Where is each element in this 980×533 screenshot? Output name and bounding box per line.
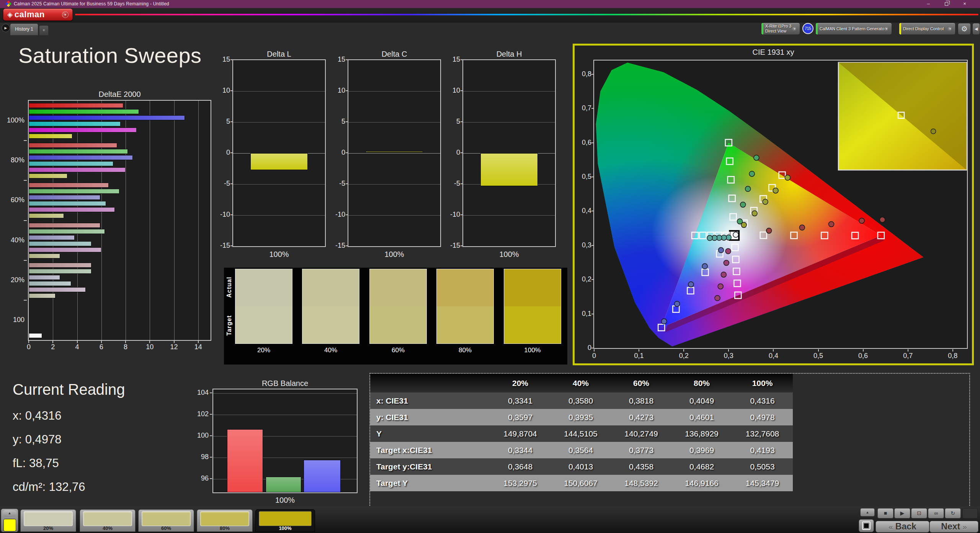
cie-measured-yellow: [763, 199, 768, 204]
compare-swatch-label: 100%: [504, 347, 561, 354]
actual-swatch: [235, 269, 292, 306]
minimize-button[interactable]: –: [920, 0, 937, 8]
delta_c-y-tick: 5: [332, 118, 345, 126]
tab-history-1[interactable]: History 1: [10, 23, 38, 35]
window-title: Calman 2025 Calman Ultimate for Business…: [14, 1, 169, 7]
axis-tick: [210, 414, 212, 415]
table-cell: 0,4273: [611, 409, 671, 425]
compare-swatch-100%: [504, 269, 561, 344]
gridline: [213, 393, 357, 394]
axis-tick: [818, 349, 819, 352]
pattern-button[interactable]: ⊡: [911, 508, 927, 518]
deltae-bar-40%-1: [29, 229, 105, 234]
axis-tick: [461, 245, 463, 246]
patch-button-40%[interactable]: 40%: [80, 509, 136, 532]
continuous-button[interactable]: ∞: [928, 508, 944, 518]
tab-scroll-button[interactable]: ▶: [2, 24, 10, 32]
meter-label-line: Direct Display Control: [903, 26, 944, 31]
restore-icon: [945, 2, 948, 6]
deltae-bar-60%-1: [29, 189, 119, 194]
actual-swatch: [302, 269, 359, 306]
axis-tick: [461, 121, 463, 122]
table-cell: 0,3564: [550, 442, 611, 458]
deltae-bar-100%-2: [29, 115, 185, 120]
cie-y-tick: 0,7: [577, 104, 591, 112]
compare-swatch-60%: [369, 269, 427, 344]
bottom-bar: ▲ 20%40%60%80%100% ▲ ■▶⊡∞↻ « Back Next »: [0, 507, 980, 533]
cie-inset-zoom: [838, 62, 967, 170]
patch-swatch: [259, 511, 312, 526]
cie-measured-green: [749, 171, 755, 177]
patch-button-60%[interactable]: 60%: [138, 509, 194, 532]
add-tab-button[interactable]: +: [39, 25, 49, 35]
table-cell: 0,3648: [490, 458, 550, 475]
actual-target-swatch-panel: ActualTarget20%40%60%80%100%: [224, 268, 567, 365]
cie-y-tick: 0,8: [577, 70, 591, 78]
gridline: [77, 101, 78, 340]
delta_h-title: Delta H: [462, 50, 556, 59]
cie-plot-area: [593, 60, 968, 349]
axis-tick: [346, 90, 348, 91]
rgb-bar-green: [266, 477, 301, 492]
patch-button-20%[interactable]: 20%: [20, 509, 76, 532]
meter-status-strip: [899, 23, 901, 34]
expand-patch-panel-button[interactable]: ▲: [3, 510, 16, 517]
chevron-right-icon: »: [963, 523, 967, 531]
patch-label: 80%: [197, 525, 252, 531]
collapse-panel-button[interactable]: ◀: [972, 23, 980, 35]
meter-dropdown-3[interactable]: Direct Display Control▼: [899, 23, 956, 35]
deltae-bar-100%-1: [29, 109, 139, 114]
table-row: x: CIE310,33410,35800,38180,40490,4316: [370, 392, 793, 409]
gridline: [463, 122, 555, 123]
table-row: Target y:CIE310,36480,40130,43580,46820,…: [370, 458, 793, 475]
cie-x-tick: 0,1: [630, 352, 647, 360]
table-cell: 0,5053: [732, 458, 793, 475]
deltae-bar-100%-0: [29, 103, 123, 108]
table-row-label: Target x:CIE31: [370, 442, 490, 458]
rgb-balance-chart: RGB Balance1041021009896100%: [195, 377, 368, 507]
deltae-bar-20%-4: [29, 287, 86, 292]
axis-tick: [28, 341, 29, 343]
meter-dropdown-1[interactable]: X-Rite i1Pro 3Direct View▼: [761, 23, 800, 35]
deltae-bar-60%-2: [29, 195, 100, 200]
stop-button[interactable]: ■: [877, 508, 893, 518]
axis-tick: [174, 341, 175, 343]
rgb-y-tick: 96: [193, 474, 209, 482]
axis-tick: [230, 183, 233, 184]
chevron-down-icon: ▼: [884, 27, 889, 31]
calman-menu-button[interactable]: ◈ calman ▼: [3, 8, 73, 21]
compare-swatch-label: 20%: [235, 347, 292, 354]
table-cell: 150,6067: [550, 475, 611, 491]
table-row-label: Target Y: [370, 475, 490, 491]
transport-controls: ▲ ■▶⊡∞↻ « Back Next »: [858, 507, 980, 533]
axis-tick: [101, 341, 102, 343]
pattern-window-button[interactable]: [859, 519, 874, 532]
delta_c-bar: [366, 151, 423, 152]
patch-button-100%[interactable]: 100%: [255, 509, 315, 532]
cie-measured-yellow: [741, 222, 746, 227]
axis-tick: [461, 90, 463, 91]
delta_l-y-tick: -15: [217, 242, 230, 250]
axis-tick: [346, 183, 348, 184]
deltae-bar-40%-5: [29, 253, 60, 258]
settings-button[interactable]: ⚙: [958, 23, 971, 35]
delta_l-y-tick: 10: [217, 87, 230, 95]
rgb-balance-title: RGB Balance: [212, 379, 358, 388]
play-button[interactable]: ▶: [894, 508, 910, 518]
cie-measured-blue: [718, 247, 724, 253]
restore-button[interactable]: [938, 0, 955, 8]
delta_c-y-tick: 0: [332, 149, 345, 157]
gridline: [233, 184, 325, 185]
back-button[interactable]: « Back: [875, 521, 929, 533]
close-button[interactable]: ×: [956, 0, 973, 8]
axis-tick: [52, 341, 53, 343]
meter-dropdown-2[interactable]: CalMAN Client 3 Pattern Generator▼: [815, 23, 892, 35]
table-cell: 0,4358: [611, 458, 671, 475]
collapse-transport-button[interactable]: ▲: [860, 508, 875, 517]
meter-label: X-Rite i1Pro 3Direct View: [765, 23, 791, 34]
rgb-y-tick: 104: [193, 389, 209, 397]
refresh-button[interactable]: ↻: [945, 508, 961, 518]
axis-tick: [461, 152, 463, 153]
patch-button-80%[interactable]: 80%: [197, 509, 253, 532]
next-button[interactable]: Next »: [929, 521, 978, 533]
